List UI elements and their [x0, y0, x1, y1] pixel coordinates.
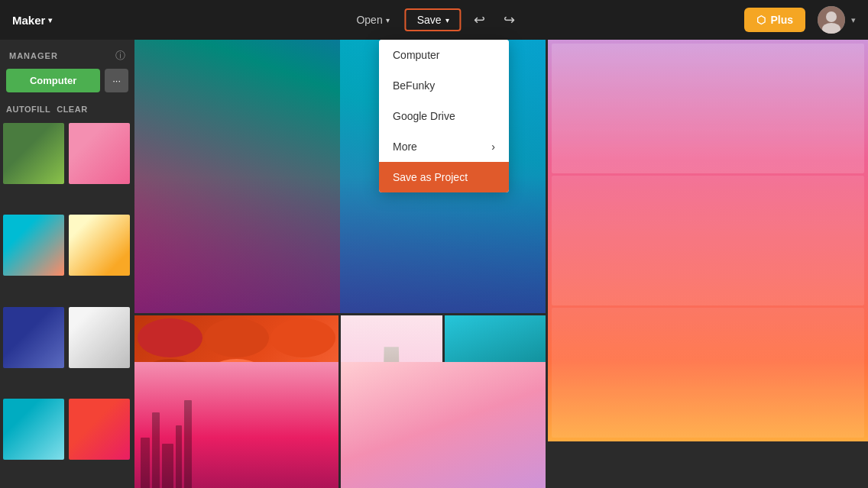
plus-button[interactable]: ⬡ Plus: [744, 8, 805, 32]
collage-cell-flowers[interactable]: [341, 362, 546, 488]
thumbnail-6[interactable]: [69, 307, 130, 368]
maker-menu[interactable]: Maker ▾: [12, 14, 52, 27]
thumbnail-5[interactable]: [3, 307, 64, 368]
save-button[interactable]: Save ▾: [405, 8, 462, 31]
nav-right: ⬡ Plus ▾: [744, 6, 856, 34]
sidebar-title: MANAGER: [9, 51, 58, 60]
maker-caret: ▾: [48, 16, 52, 24]
open-caret: ▾: [386, 16, 390, 24]
open-button[interactable]: Open ▾: [347, 9, 398, 31]
sidebar: MANAGER ⓘ Computer ··· AUTOFILL CLEAR: [0, 40, 134, 488]
svg-point-1: [826, 11, 837, 22]
save-caret: ▾: [445, 16, 449, 24]
undo-icon: ↩: [474, 12, 485, 27]
bottom-strip: [134, 362, 543, 488]
save-dropdown: Computer BeFunky Google Drive More › Sav…: [379, 40, 509, 192]
dropdown-item-save-as-project[interactable]: Save as Project: [379, 162, 509, 192]
redo-button[interactable]: ↪: [497, 7, 521, 33]
dropdown-item-computer[interactable]: Computer: [379, 40, 509, 70]
thumbnail-2[interactable]: [69, 123, 130, 184]
dropdown-item-google-drive[interactable]: Google Drive: [379, 101, 509, 131]
autofill-button[interactable]: AUTOFILL: [6, 102, 50, 117]
redo-icon: ↪: [504, 12, 515, 27]
computer-button[interactable]: Computer: [6, 69, 100, 92]
nav-center: Open ▾ Save ▾ ↩ ↪: [347, 7, 520, 33]
sidebar-actions: AUTOFILL CLEAR: [0, 99, 134, 123]
collage-cell-city[interactable]: [134, 362, 338, 488]
plus-icon: ⬡: [756, 14, 766, 26]
clear-button[interactable]: CLEAR: [57, 102, 87, 117]
avatar[interactable]: [818, 6, 845, 34]
dropdown-item-befunky[interactable]: BeFunky: [379, 70, 509, 101]
more-arrow-icon: ›: [491, 141, 495, 153]
thumbnail-3[interactable]: [3, 215, 64, 276]
avatar-caret[interactable]: ▾: [851, 15, 856, 25]
thumbnail-4[interactable]: [69, 215, 130, 276]
more-button[interactable]: ···: [105, 69, 128, 92]
dropdown-item-more[interactable]: More ›: [379, 131, 509, 162]
info-icon[interactable]: ⓘ: [115, 49, 125, 63]
topnav: Maker ▾ Open ▾ Save ▾ ↩ ↪ ⬡ Plus: [0, 0, 868, 40]
thumbnail-grid: [0, 123, 134, 488]
thumbnail-1[interactable]: [3, 123, 64, 184]
collage-cell-building[interactable]: [548, 40, 868, 441]
sidebar-buttons: Computer ···: [0, 69, 134, 99]
avatar-image: [818, 6, 845, 34]
thumbnail-8[interactable]: [69, 399, 130, 460]
undo-button[interactable]: ↩: [468, 7, 491, 33]
thumbnail-7[interactable]: [3, 399, 64, 460]
sidebar-header: MANAGER ⓘ: [0, 40, 134, 69]
maker-label: Maker: [12, 14, 45, 27]
